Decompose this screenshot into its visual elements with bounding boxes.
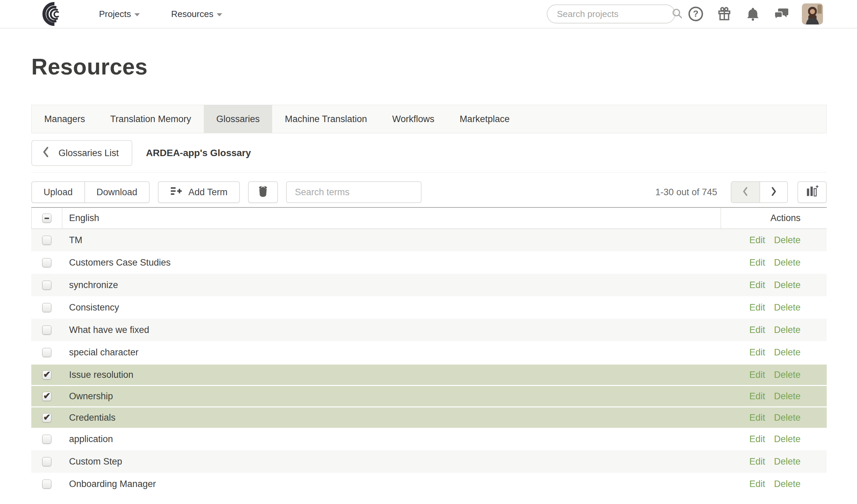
row-actions: EditDelete — [721, 341, 827, 364]
glossary-table: English Actions TMEditDeleteCustomers Ca… — [31, 207, 827, 495]
delete-link[interactable]: Delete — [774, 479, 801, 489]
edit-link[interactable]: Edit — [749, 347, 765, 358]
edit-link[interactable]: Edit — [749, 302, 765, 313]
row-actions: EditDelete — [721, 274, 827, 296]
row-actions: EditDelete — [721, 428, 827, 450]
table-row: Customers Case StudiesEditDelete — [31, 251, 827, 274]
table-row: Issue resolutionEditDelete — [31, 364, 827, 385]
tab-machine-translation[interactable]: Machine Translation — [272, 105, 380, 133]
select-all-checkbox[interactable] — [42, 214, 51, 223]
top-nav: Projects Resources ? — [0, 0, 857, 29]
header-checkbox-cell — [31, 208, 62, 229]
table-row: TMEditDelete — [31, 229, 827, 251]
tab-managers[interactable]: Managers — [32, 105, 98, 133]
row-checkbox[interactable] — [42, 303, 51, 312]
bell-icon[interactable] — [745, 6, 761, 22]
gift-icon[interactable] — [716, 6, 732, 22]
back-to-glossaries-button[interactable]: Glossaries List — [31, 140, 132, 166]
edit-link[interactable]: Edit — [749, 434, 765, 444]
upload-button[interactable]: Upload — [32, 182, 84, 202]
term-text: Ownership — [62, 391, 721, 402]
add-term-button[interactable]: Add Term — [158, 181, 240, 203]
chat-icon[interactable] — [773, 6, 790, 22]
delete-link[interactable]: Delete — [774, 434, 801, 444]
row-checkbox[interactable] — [42, 480, 51, 489]
pagination-range: 1-30 out of 745 — [655, 187, 717, 198]
delete-link[interactable]: Delete — [774, 325, 801, 335]
row-checkbox-cell — [31, 428, 62, 450]
delete-link[interactable]: Delete — [774, 456, 801, 467]
delete-link[interactable]: Delete — [774, 413, 801, 423]
nav-right: ? — [547, 3, 823, 24]
help-icon[interactable]: ? — [688, 6, 704, 22]
row-checkbox-cell — [31, 229, 62, 251]
term-text: application — [62, 434, 721, 444]
delete-link[interactable]: Delete — [774, 391, 801, 402]
row-checkbox[interactable] — [42, 281, 51, 290]
delete-link[interactable]: Delete — [774, 257, 801, 268]
table-row: applicationEditDelete — [31, 428, 827, 450]
term-text: Custom Step — [62, 456, 721, 467]
edit-link[interactable]: Edit — [749, 280, 765, 290]
term-search-input[interactable] — [286, 181, 422, 203]
edit-link[interactable]: Edit — [749, 391, 765, 402]
app-logo-icon[interactable] — [34, 2, 66, 26]
page-title: Resources — [31, 54, 827, 80]
next-page-button[interactable] — [759, 182, 787, 202]
row-checkbox[interactable] — [42, 457, 51, 466]
row-actions: EditDelete — [721, 386, 827, 406]
edit-link[interactable]: Edit — [749, 257, 765, 268]
row-actions: EditDelete — [721, 365, 827, 385]
table-row: OwnershipEditDelete — [31, 385, 827, 406]
columns-icon — [805, 184, 819, 200]
term-text: special character — [62, 347, 721, 358]
tab-workflows[interactable]: Workflows — [380, 105, 447, 133]
glossary-name: ARDEA-app's Glossary — [146, 148, 251, 158]
row-checkbox[interactable] — [42, 258, 51, 267]
main-content: Resources ManagersTranslation MemoryGlos… — [31, 54, 827, 495]
nav-menu-projects[interactable]: Projects — [99, 9, 140, 19]
table-body: TMEditDeleteCustomers Case StudiesEditDe… — [31, 229, 827, 495]
row-checkbox[interactable] — [42, 413, 51, 422]
row-actions: EditDelete — [721, 229, 827, 251]
table-row: CredentialsEditDelete — [31, 406, 827, 428]
term-text: Consistency — [62, 302, 721, 313]
glossary-toolbar: Upload Download Add Term — [31, 181, 827, 203]
delete-link[interactable]: Delete — [774, 280, 801, 290]
download-button[interactable]: Download — [84, 182, 149, 202]
upload-download-group: Upload Download — [31, 181, 150, 203]
delete-link[interactable]: Delete — [774, 302, 801, 313]
delete-link[interactable]: Delete — [774, 235, 801, 246]
prev-page-button[interactable] — [731, 182, 759, 202]
term-text: Onboarding Manager — [62, 479, 721, 489]
row-checkbox-cell — [31, 274, 62, 296]
edit-link[interactable]: Edit — [749, 413, 765, 423]
breadcrumb: Glossaries List ARDEA-app's Glossary — [31, 140, 827, 166]
tab-glossaries[interactable]: Glossaries — [204, 105, 273, 133]
manage-columns-button[interactable] — [797, 181, 827, 203]
tab-translation-memory[interactable]: Translation Memory — [98, 105, 204, 133]
row-checkbox[interactable] — [42, 325, 51, 335]
delete-link[interactable]: Delete — [774, 370, 801, 380]
nav-menu-resources[interactable]: Resources — [171, 9, 222, 19]
edit-link[interactable]: Edit — [749, 370, 765, 380]
edit-link[interactable]: Edit — [749, 325, 765, 335]
row-checkbox[interactable] — [42, 435, 51, 444]
edit-link[interactable]: Edit — [749, 479, 765, 489]
resource-tabs: ManagersTranslation MemoryGlossariesMach… — [31, 105, 827, 133]
term-text: Credentials — [62, 413, 721, 423]
row-checkbox[interactable] — [42, 348, 51, 357]
edit-link[interactable]: Edit — [749, 456, 765, 467]
table-row: special characterEditDelete — [31, 341, 827, 364]
edit-link[interactable]: Edit — [749, 235, 765, 246]
avatar[interactable] — [802, 3, 823, 24]
search-icon[interactable] — [671, 7, 683, 21]
row-checkbox[interactable] — [42, 392, 51, 401]
tab-marketplace[interactable]: Marketplace — [447, 105, 522, 133]
pagination — [731, 181, 788, 203]
project-search-input[interactable] — [557, 9, 671, 19]
delete-link[interactable]: Delete — [774, 347, 801, 358]
delete-selected-button[interactable] — [248, 181, 278, 203]
row-checkbox[interactable] — [42, 236, 51, 245]
row-checkbox[interactable] — [42, 370, 51, 380]
